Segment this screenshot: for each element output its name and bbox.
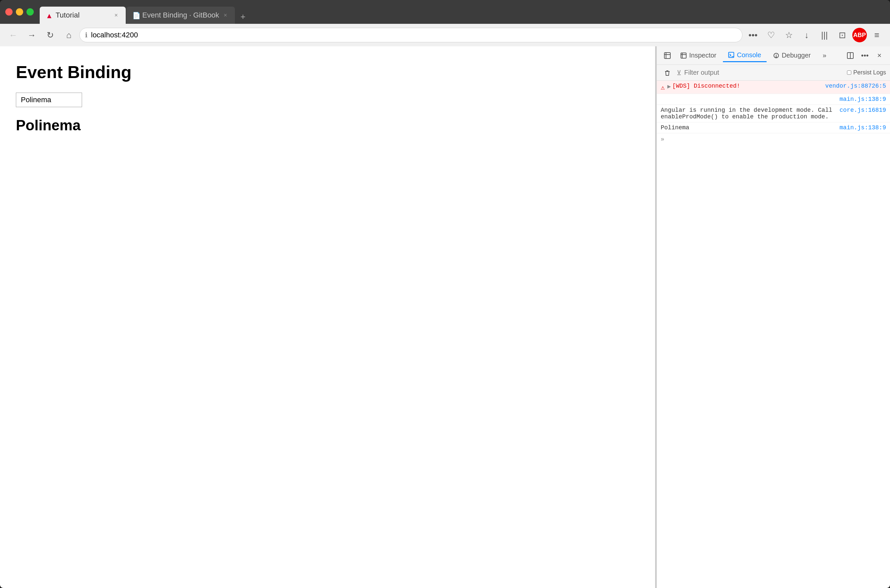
console-filter-bar: ⊻ Persist Logs xyxy=(657,65,890,81)
error-icon: ⚠ xyxy=(661,83,665,92)
persist-logs-checkbox[interactable] xyxy=(847,70,851,75)
expand-arrow-wds[interactable]: ▶ xyxy=(667,82,671,90)
devtools-inspector-pick-button[interactable] xyxy=(661,49,674,62)
event-binding-input[interactable] xyxy=(16,93,82,107)
content-area: Event Binding Polinema xyxy=(0,46,890,588)
console-row-angular: Angular is running in the development mo… xyxy=(657,105,890,122)
console-messages: ⚠ ▶ [WDS] Disconnected! vendor.js:88726:… xyxy=(657,81,890,588)
page-content: Event Binding Polinema xyxy=(0,46,655,588)
console-location-polinema[interactable]: main.js:138:9 xyxy=(834,124,886,131)
tab-gitbook-close-button[interactable]: × xyxy=(222,12,229,19)
console-row-blank: main.js:138:9 xyxy=(657,94,890,105)
console-message-wds: [WDS] Disconnected! xyxy=(672,82,820,89)
console-location-blank[interactable]: main.js:138:9 xyxy=(834,96,886,102)
filter-icon: ⊻ xyxy=(677,69,681,77)
filter-input-wrap: ⊻ xyxy=(677,69,844,77)
star-button[interactable]: ☆ xyxy=(781,27,797,43)
filter-input[interactable] xyxy=(684,69,844,76)
tab-gitbook-label: Event Binding · GitBook xyxy=(142,11,219,20)
devtools-tab-inspector[interactable]: Inspector xyxy=(675,49,722,62)
console-message-polinema: Polinema xyxy=(661,124,834,131)
console-prompt-chevron: » xyxy=(661,136,664,142)
devtools-split-button[interactable] xyxy=(843,49,857,62)
gitbook-favicon-icon: 📄 xyxy=(132,12,140,19)
url-input[interactable] xyxy=(91,31,737,39)
security-icon: ℹ xyxy=(85,31,88,39)
clear-console-button[interactable] xyxy=(661,66,674,80)
console-location-wds[interactable]: vendor.js:88726:5 xyxy=(820,82,886,89)
svg-rect-0 xyxy=(664,52,670,58)
back-button[interactable]: ← xyxy=(5,27,21,43)
devtools-close-button[interactable]: × xyxy=(873,49,886,62)
devtools-tab-debugger-label: Debugger xyxy=(782,52,811,59)
toolbar: ← → ↻ ⌂ ℹ ••• ♡ ☆ ↓ ||| ⊡ ABP ≡ xyxy=(0,24,890,46)
library-button[interactable]: ||| xyxy=(816,27,833,43)
angular-favicon-icon: ▲ xyxy=(46,12,53,19)
new-tab-button[interactable]: + xyxy=(236,9,250,24)
tabs-bar: ▲ Tutorial × 📄 Event Binding · GitBook ×… xyxy=(40,0,885,24)
devtools-options-button[interactable]: ••• xyxy=(858,49,872,62)
forward-button[interactable]: → xyxy=(24,27,40,43)
traffic-lights xyxy=(5,8,34,15)
page-title: Event Binding xyxy=(16,62,639,82)
devtools-tab-console-label: Console xyxy=(737,51,761,59)
devtools-tab-console[interactable]: Console xyxy=(723,49,766,62)
toolbar-right: ••• ♡ ☆ ↓ ||| ⊡ ABP ≡ xyxy=(745,27,885,43)
devtools-more-tabs-button[interactable]: » xyxy=(818,49,832,62)
tab-tutorial-label: Tutorial xyxy=(56,11,110,20)
menu-button[interactable]: ≡ xyxy=(869,27,885,43)
svg-rect-3 xyxy=(681,53,686,58)
tab-tutorial-close-button[interactable]: × xyxy=(113,12,120,19)
bookmark-button[interactable]: ♡ xyxy=(763,27,779,43)
persist-logs-wrap: Persist Logs xyxy=(847,69,886,76)
output-text: Polinema xyxy=(16,117,639,134)
more-button[interactable]: ••• xyxy=(745,27,761,43)
close-window-button[interactable] xyxy=(5,8,13,15)
download-button[interactable]: ↓ xyxy=(799,27,815,43)
persist-logs-label: Persist Logs xyxy=(853,69,886,76)
minimize-window-button[interactable] xyxy=(16,8,23,15)
devtools-toolbar: Inspector Console xyxy=(657,46,890,65)
home-button[interactable]: ⌂ xyxy=(61,27,77,43)
devtools-panel: Inspector Console xyxy=(656,46,890,588)
console-message-angular: Angular is running in the development mo… xyxy=(661,107,834,120)
browser-window: ▲ Tutorial × 📄 Event Binding · GitBook ×… xyxy=(0,0,890,588)
address-bar: ℹ xyxy=(80,28,743,42)
reload-button[interactable]: ↻ xyxy=(42,27,58,43)
console-row-wds: ⚠ ▶ [WDS] Disconnected! vendor.js:88726:… xyxy=(657,81,890,94)
console-row-polinema: Polinema main.js:138:9 xyxy=(657,122,890,133)
devtools-toolbar-right: ••• × xyxy=(843,49,886,62)
tab-gitbook[interactable]: 📄 Event Binding · GitBook × xyxy=(126,7,235,24)
layout-button[interactable]: ⊡ xyxy=(834,27,850,43)
abp-button[interactable]: ABP xyxy=(852,28,867,42)
devtools-tab-debugger[interactable]: Debugger xyxy=(768,49,816,62)
title-bar: ▲ Tutorial × 📄 Event Binding · GitBook ×… xyxy=(0,0,890,24)
tab-tutorial[interactable]: ▲ Tutorial × xyxy=(40,7,126,24)
console-prompt-row: » xyxy=(657,133,890,145)
svg-point-10 xyxy=(776,57,776,57)
console-location-angular[interactable]: core.js:16819 xyxy=(834,107,886,113)
maximize-window-button[interactable] xyxy=(27,8,34,15)
devtools-tab-inspector-label: Inspector xyxy=(689,52,716,59)
